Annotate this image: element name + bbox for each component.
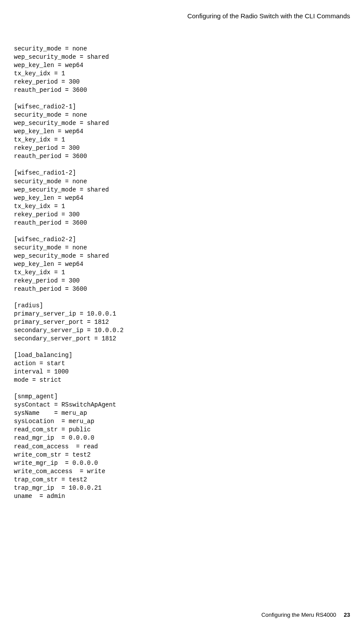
page-header: Configuring of the Radio Switch with the… — [0, 0, 364, 20]
config-content: security_mode = none wep_security_mode =… — [0, 20, 364, 501]
header-title: Configuring of the Radio Switch with the… — [187, 12, 350, 20]
footer-text: Configuring the Meru RS4000 — [261, 612, 336, 618]
page-number: 23 — [344, 612, 350, 618]
page-footer: Configuring the Meru RS4000 23 — [261, 612, 350, 618]
